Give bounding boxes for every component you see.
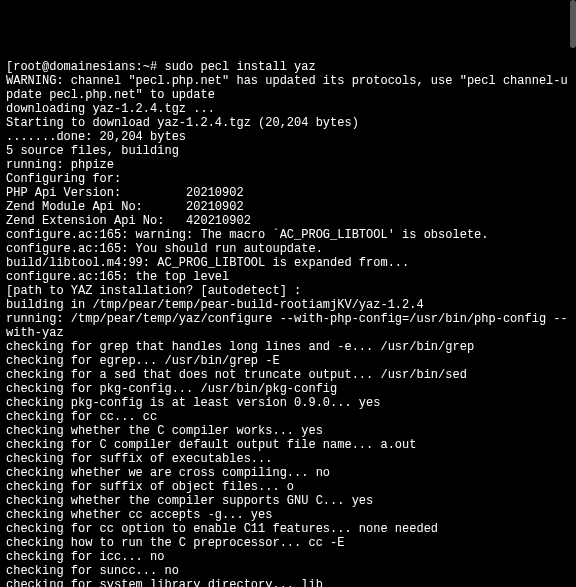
terminal-line: checking for system library directory...… [6, 578, 570, 587]
terminal-line: checking for a sed that does not truncat… [6, 368, 570, 382]
terminal-line: building in /tmp/pear/temp/pear-build-ro… [6, 298, 570, 312]
terminal-line: checking how to run the C preprocessor..… [6, 536, 570, 550]
terminal-line: .......done: 20,204 bytes [6, 130, 570, 144]
terminal-line: 5 source files, building [6, 144, 570, 158]
terminal-line: checking for C compiler default output f… [6, 438, 570, 452]
terminal-line: WARNING: channel "pecl.php.net" has upda… [6, 74, 570, 102]
terminal-line: checking pkg-config is at least version … [6, 396, 570, 410]
terminal-line: checking for pkg-config... /usr/bin/pkg-… [6, 382, 570, 396]
terminal-output[interactable]: [root@domainesians:~# sudo pecl install … [6, 60, 570, 587]
terminal-line: checking for suffix of object files... o [6, 480, 570, 494]
terminal-line: checking for cc... cc [6, 410, 570, 424]
terminal-line: Zend Module Api No: 20210902 [6, 200, 570, 214]
terminal-line: checking whether the compiler supports G… [6, 494, 570, 508]
terminal-line: checking for suffix of executables... [6, 452, 570, 466]
terminal-line: configure.ac:165: warning: The macro `AC… [6, 228, 570, 242]
terminal-line: checking whether cc accepts -g... yes [6, 508, 570, 522]
terminal-line: checking for cc option to enable C11 fea… [6, 522, 570, 536]
terminal-line: [path to YAZ installation? [autodetect] … [6, 284, 570, 298]
terminal-line: checking for egrep... /usr/bin/grep -E [6, 354, 570, 368]
terminal-line: checking for icc... no [6, 550, 570, 564]
terminal-line: PHP Api Version: 20210902 [6, 186, 570, 200]
terminal-line: running: phpize [6, 158, 570, 172]
terminal-line: running: /tmp/pear/temp/yaz/configure --… [6, 312, 570, 340]
terminal-line: checking whether we are cross compiling.… [6, 466, 570, 480]
terminal-line: [root@domainesians:~# sudo pecl install … [6, 60, 570, 74]
terminal-line: build/libtool.m4:99: AC_PROG_LIBTOOL is … [6, 256, 570, 270]
scrollbar[interactable] [570, 0, 576, 48]
terminal-line: checking whether the C compiler works...… [6, 424, 570, 438]
terminal-line: configure.ac:165: You should run autoupd… [6, 242, 570, 256]
terminal-line: checking for suncc... no [6, 564, 570, 578]
terminal-line: Configuring for: [6, 172, 570, 186]
terminal-line: configure.ac:165: the top level [6, 270, 570, 284]
terminal-line: Zend Extension Api No: 420210902 [6, 214, 570, 228]
terminal-line: Starting to download yaz-1.2.4.tgz (20,2… [6, 116, 570, 130]
terminal-line: checking for grep that handles long line… [6, 340, 570, 354]
terminal-line: downloading yaz-1.2.4.tgz ... [6, 102, 570, 116]
